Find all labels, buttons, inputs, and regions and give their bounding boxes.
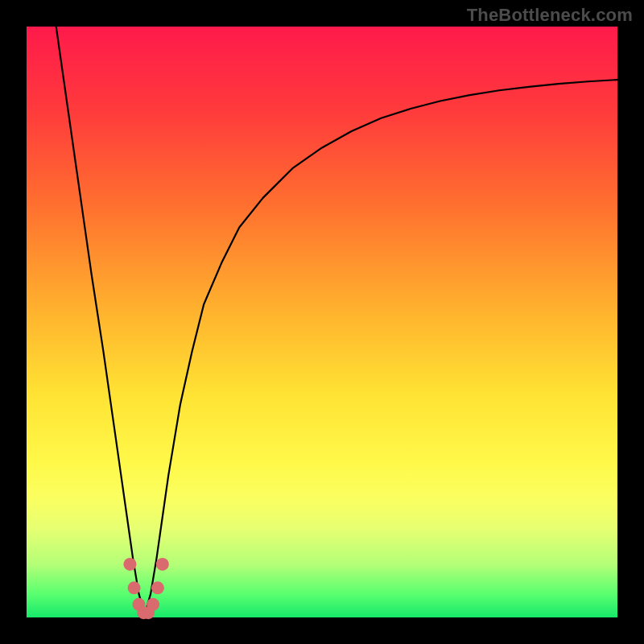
watermark-label: TheBottleneck.com (467, 5, 633, 26)
marker-dot (128, 581, 141, 594)
bottleneck-curve-chart (27, 27, 617, 617)
outer-frame: TheBottleneck.com (0, 0, 644, 644)
marker-dot (151, 581, 164, 594)
marker-dot (123, 558, 136, 571)
marker-dot (147, 598, 159, 611)
marker-cluster (123, 558, 168, 619)
curve-line (56, 27, 617, 614)
marker-dot (156, 558, 169, 571)
